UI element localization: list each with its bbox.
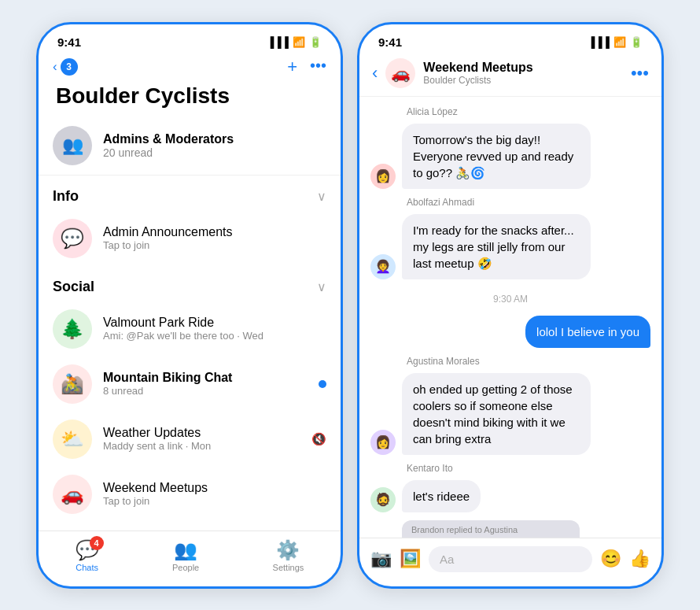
back-badge: 3 bbox=[61, 58, 78, 76]
header-actions: + ••• bbox=[287, 57, 326, 77]
sender-label: Agustina Morales bbox=[407, 356, 650, 367]
left-status-bar: 9:41 ▐▐▐ 📶 🔋 bbox=[39, 24, 341, 54]
input-placeholder: Aa bbox=[440, 553, 454, 566]
page-title: Boulder Cyclists bbox=[53, 83, 326, 109]
info-section-header: Info ∨ bbox=[39, 176, 341, 211]
admin-announcements-name: Admin Announcements bbox=[103, 225, 326, 239]
mountain-biking-name: Mountain Biking Chat bbox=[103, 371, 308, 385]
chat-header-sub: Boulder Cyclists bbox=[423, 75, 623, 86]
avatar: 👩 bbox=[370, 164, 396, 189]
avatar: 🧔 bbox=[370, 487, 396, 512]
unread-indicator bbox=[319, 380, 326, 388]
admin-announcements-avatar: 💬 bbox=[53, 219, 92, 258]
chat-more-button[interactable]: ••• bbox=[631, 63, 649, 83]
social-section-header: Social ∨ bbox=[39, 266, 341, 301]
right-status-bar: 9:41 ▐▐▐ 📶 🔋 bbox=[359, 24, 661, 54]
mountain-biking-avatar: 🚵 bbox=[53, 364, 92, 404]
valmount-sub: Ami: @Pak we'll be there too · Wed bbox=[103, 330, 326, 342]
social-chevron-icon[interactable]: ∨ bbox=[317, 279, 326, 294]
list-item[interactable]: ⛅ Weather Updates Maddy sent a link · Mo… bbox=[39, 412, 341, 467]
mountain-biking-info: Mountain Biking Chat 8 unread bbox=[103, 371, 308, 397]
chats-tab-label: Chats bbox=[76, 563, 98, 572]
list-item[interactable]: 🌲 Valmount Park Ride Ami: @Pak we'll be … bbox=[39, 301, 341, 357]
chat-header-name: Weekend Meetups bbox=[423, 61, 623, 75]
chat-back-button[interactable]: ‹ bbox=[372, 63, 378, 83]
emoji-button[interactable]: 😊 bbox=[600, 549, 621, 569]
left-content: 👥 Admins & Moderators 20 unread Info ∨ 💬… bbox=[39, 116, 341, 531]
valmount-name: Valmount Park Ride bbox=[103, 316, 326, 330]
tab-people[interactable]: 👥 People bbox=[172, 539, 199, 572]
message-bubble: let's rideee bbox=[402, 480, 481, 512]
left-status-icons: ▐▐▐ 📶 🔋 bbox=[267, 36, 322, 48]
signal-icon: ▐▐▐ bbox=[267, 36, 289, 48]
message-bubble: I'm ready for the snacks after... my leg… bbox=[402, 214, 591, 279]
list-item[interactable]: 💬 Admin Announcements Tap to join bbox=[39, 211, 341, 266]
back-arrow-icon: ‹ bbox=[53, 59, 57, 75]
people-tab-label: People bbox=[172, 563, 199, 572]
left-header-top: ‹ 3 + ••• bbox=[53, 57, 326, 77]
valmount-info: Valmount Park Ride Ami: @Pak we'll be th… bbox=[103, 316, 326, 342]
reply-preview-sender: Brandon replied to Agustina bbox=[411, 525, 570, 534]
weekend-meetups-name: Weekend Meetups bbox=[103, 481, 326, 495]
mountain-biking-sub: 8 unread bbox=[103, 385, 308, 397]
settings-tab-label: Settings bbox=[273, 563, 304, 572]
weekend-meetups-avatar: 🚗 bbox=[53, 475, 92, 514]
more-options-button[interactable]: ••• bbox=[310, 57, 326, 77]
chats-badge: 4 bbox=[90, 536, 104, 550]
message-row: 👨 Brandon replied to Agustina oh ended u… bbox=[370, 520, 650, 538]
list-item[interactable]: 🚵 Mountain Biking Chat 8 unread bbox=[39, 357, 341, 412]
message-bubble: lolol I believe in you bbox=[525, 316, 650, 348]
tab-chats[interactable]: 💬 4 Chats bbox=[76, 539, 99, 572]
avatar: 👩 bbox=[370, 430, 396, 455]
messages-area: Alicia López 👩 Tomorrow's the big day!! … bbox=[359, 97, 661, 538]
photo-button[interactable]: 🖼️ bbox=[400, 549, 421, 569]
sender-label: Kentaro Ito bbox=[407, 463, 650, 474]
message-row: 🧔 let's rideee bbox=[370, 480, 650, 512]
message-bubble: oh ended up getting 2 of those coolers s… bbox=[402, 373, 591, 455]
settings-tab-icon: ⚙️ bbox=[276, 539, 300, 561]
weekend-meetups-sub: Tap to join bbox=[103, 495, 326, 507]
tab-bar: 💬 4 Chats 👥 People ⚙️ Settings bbox=[39, 531, 341, 586]
admins-unread: 20 unread bbox=[103, 146, 234, 159]
admins-text: Admins & Moderators 20 unread bbox=[103, 132, 234, 159]
reply-preview: Brandon replied to Agustina oh ended up … bbox=[402, 520, 580, 538]
weekend-meetups-info: Weekend Meetups Tap to join bbox=[103, 481, 326, 507]
admins-row[interactable]: 👥 Admins & Moderators 20 unread bbox=[39, 116, 341, 176]
admins-emoji: 👥 bbox=[62, 135, 83, 156]
message-row: 👩 oh ended up getting 2 of those coolers… bbox=[370, 373, 650, 455]
message-bubble: Tomorrow's the big day!! Everyone revved… bbox=[402, 124, 591, 189]
battery-icon: 🔋 bbox=[309, 36, 322, 48]
like-button[interactable]: 👍 bbox=[629, 549, 650, 569]
info-chevron-icon[interactable]: ∨ bbox=[317, 189, 326, 204]
info-section-title: Info bbox=[53, 188, 79, 205]
right-signal-icon: ▐▐▐ bbox=[588, 36, 610, 48]
muted-icon: 🔇 bbox=[311, 432, 326, 446]
people-icon: 👥 bbox=[174, 539, 197, 560]
weather-sub: Maddy sent a link · Mon bbox=[103, 440, 300, 452]
wifi-icon: 📶 bbox=[293, 36, 305, 48]
right-battery-icon: 🔋 bbox=[630, 36, 643, 48]
admins-avatar: 👥 bbox=[53, 126, 92, 165]
message-row: 👩 Tomorrow's the big day!! Everyone revv… bbox=[370, 124, 650, 189]
tab-settings[interactable]: ⚙️ Settings bbox=[273, 539, 304, 572]
compose-button[interactable]: + bbox=[287, 57, 297, 77]
chats-tab-icon: 💬 4 bbox=[76, 539, 99, 561]
message-row: 👩‍🦱 I'm ready for the snacks after... my… bbox=[370, 214, 650, 279]
message-input[interactable]: Aa bbox=[429, 546, 592, 572]
message-input-bar: 📷 🖼️ Aa 😊 👍 bbox=[359, 538, 661, 586]
avatar: 👩‍🦱 bbox=[370, 254, 396, 279]
chat-header-avatar: 🚗 bbox=[385, 58, 415, 88]
sender-label: Alicia López bbox=[407, 106, 650, 117]
valmount-avatar: 🌲 bbox=[53, 309, 92, 349]
message-row: lolol I believe in you bbox=[370, 316, 650, 348]
back-button[interactable]: ‹ 3 bbox=[53, 58, 78, 76]
reply-bubble: Brandon replied to Agustina oh ended up … bbox=[402, 520, 580, 538]
people-tab-icon: 👥 bbox=[174, 539, 197, 561]
right-status-icons: ▐▐▐ 📶 🔋 bbox=[588, 36, 643, 48]
list-item[interactable]: 🚗 Weekend Meetups Tap to join bbox=[39, 467, 341, 522]
camera-button[interactable]: 📷 bbox=[370, 549, 392, 569]
settings-icon: ⚙️ bbox=[276, 539, 300, 560]
social-section-title: Social bbox=[53, 279, 94, 295]
admins-name: Admins & Moderators bbox=[103, 132, 234, 146]
sender-label: Abolfazi Ahmadi bbox=[407, 197, 650, 208]
